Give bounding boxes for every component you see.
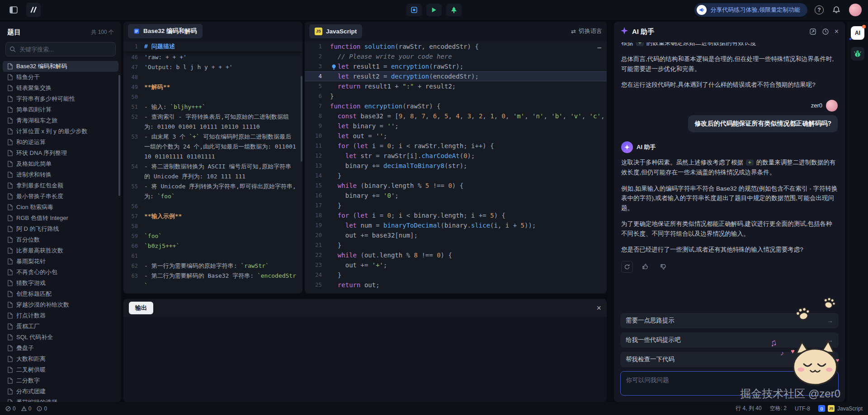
code-line[interactable]: 10 let out = '';: [305, 131, 607, 141]
sidebar-toggle-icon[interactable]: [6, 3, 21, 17]
code-line[interactable]: 18 for (let i = 0; i < binary.length; i …: [305, 210, 607, 220]
sidebar-item[interactable]: 计算位置 x 到 y 的最少步数: [3, 126, 118, 137]
code-line[interactable]: 21 }: [305, 240, 607, 250]
description-line[interactable]: 55- 将 Unicode 序列转换为字符串,即可得出原始字符串,为: `foo…: [123, 182, 302, 201]
sidebar-item[interactable]: 蛋糕工厂: [3, 321, 118, 332]
sidebar-item[interactable]: 穿越沙漠的补给次数: [3, 299, 118, 310]
code-line[interactable]: 24 }: [305, 270, 607, 280]
suggestion-button[interactable]: 帮我检查一下代码→: [620, 352, 839, 367]
chat-area[interactable]: 根据 + 的数量来确定原始二进制数据的有效长度 总体而言,代码的结构和基本逻辑是…: [614, 42, 845, 313]
sidebar-item[interactable]: 环状 DNA 序列整理: [3, 148, 118, 159]
ai-assistant-badge-icon[interactable]: AI✦: [851, 26, 864, 40]
new-chat-icon[interactable]: [809, 28, 816, 35]
sidebar-item[interactable]: 猜数字游戏: [3, 278, 118, 289]
code-line[interactable]: 15 while (binary.length % 5 !== 0) {: [305, 181, 607, 191]
sidebar-item[interactable]: 不再贪心的小包: [3, 267, 118, 278]
description-body[interactable]: 1# 问题描述 46'raw: + + +'47'Output: b l j h…: [123, 41, 302, 294]
code-editor-body[interactable]: — 1function solution(rawStr, encodedStr)…: [305, 41, 607, 294]
suggestion-button[interactable]: 给我一些代码提示吧→: [620, 332, 839, 348]
code-line[interactable]: 6}: [305, 91, 607, 101]
encoding-setting[interactable]: UTF-8: [795, 406, 810, 412]
chat-input[interactable]: [620, 371, 839, 396]
description-line[interactable]: 58: [123, 221, 302, 231]
sidebar-item[interactable]: 字符串有多少种可能性: [3, 93, 118, 104]
code-line[interactable]: 2 // Please write your code here: [305, 51, 607, 61]
sidebar-item[interactable]: 百分位数: [3, 234, 118, 245]
description-tab[interactable]: Base32 编码和解码: [128, 24, 203, 38]
description-line[interactable]: 56: [123, 201, 302, 211]
language-tab[interactable]: JS JavaScript: [309, 24, 362, 38]
description-line[interactable]: 50: [123, 92, 302, 102]
sidebar-item[interactable]: Cion 勒索病毒: [3, 202, 118, 213]
code-line[interactable]: 1function solution(rawStr, encodedStr) {: [305, 42, 607, 51]
code-line[interactable]: 5 return result1 + ":" + result2;: [305, 81, 607, 91]
sidebar-scrollbar[interactable]: [118, 75, 120, 196]
submit-tree-button[interactable]: [446, 4, 462, 16]
sidebar-item[interactable]: 阿 D 的飞行路线: [3, 224, 118, 234]
cursor-position[interactable]: 行 4, 列 40: [736, 405, 761, 412]
app-logo[interactable]: [26, 3, 41, 17]
info-indicator[interactable]: 0: [37, 406, 47, 412]
description-line[interactable]: 47'Output: b l j h y + + +': [123, 62, 302, 72]
sidebar-item[interactable]: Base32 编码和解码: [3, 61, 118, 72]
sidebar-item[interactable]: 简单四则计算: [3, 104, 118, 115]
run-button[interactable]: [426, 4, 442, 16]
language-indicator[interactable]: {} JS JavaScript: [818, 405, 863, 412]
search-input[interactable]: [5, 42, 116, 56]
regenerate-icon[interactable]: [621, 261, 633, 273]
debug-button[interactable]: [406, 4, 422, 16]
code-line[interactable]: 14 }: [305, 171, 607, 181]
description-line[interactable]: 53- 由末尾 3 个 `+` 可知在编码时原始二进制数据最后一组的个数为 24…: [123, 132, 302, 162]
sidebar-item[interactable]: 及格如此简单: [3, 159, 118, 169]
description-line[interactable]: 59`foo`: [123, 231, 302, 241]
bell-icon[interactable]: [831, 5, 842, 15]
share-promo-pill[interactable]: 分享代码练习体验,领限量定制功能: [694, 3, 807, 17]
code-line[interactable]: 3 let result1 = encryption(rawStr);: [305, 61, 607, 71]
sidebar-item[interactable]: 大数和距离: [3, 354, 118, 364]
pet-assistant-icon[interactable]: [851, 47, 864, 61]
sidebar-item[interactable]: 分布式团建: [3, 386, 118, 397]
indentation-setting[interactable]: 空格: 2: [770, 405, 787, 412]
code-line[interactable]: 19 let num = binaryToDecimal(binary.slic…: [305, 220, 607, 230]
sidebar-item[interactable]: SQL 代码补全: [3, 332, 118, 343]
sidebar-item[interactable]: RGB 色值转 Integer: [3, 213, 118, 224]
code-line[interactable]: 22 while (out.length % 8 !== 0) {: [305, 250, 607, 260]
description-line[interactable]: 46'raw: + + +': [123, 52, 302, 62]
sidebar-item[interactable]: 叠盘子: [3, 343, 118, 354]
sidebar-item[interactable]: 青海湖租车之旅: [3, 115, 118, 126]
sidebar-item[interactable]: 番茄编辑的选择: [3, 397, 118, 402]
description-line[interactable]: 60`b0zj5+++`: [123, 241, 302, 251]
close-output-icon[interactable]: ×: [596, 304, 601, 312]
warnings-indicator[interactable]: 0: [21, 406, 32, 412]
code-line[interactable]: 9 let binary = '';: [305, 121, 607, 131]
description-line[interactable]: 52- 查询索引 - 字符转换表后,可知原始的二进制数据组为: 01100 01…: [123, 112, 302, 132]
code-line[interactable]: 4 let result2 = decryption(encodedStr);: [305, 71, 607, 81]
code-line[interactable]: 7function encryption(rawStr) {: [305, 101, 607, 111]
sidebar-item[interactable]: 和的逆运算: [3, 137, 118, 148]
thumbs-up-icon[interactable]: [639, 261, 651, 273]
history-icon[interactable]: [822, 28, 829, 35]
description-line[interactable]: 62- 第一行为需要编码的原始字符串: `rawStr`: [123, 261, 302, 271]
sidebar-item[interactable]: 比赛最高获胜次数: [3, 245, 118, 256]
thumbs-down-icon[interactable]: [657, 261, 669, 273]
sidebar-item[interactable]: 创意标题匹配: [3, 289, 118, 299]
sidebar-item[interactable]: 打点计数器: [3, 310, 118, 321]
description-line[interactable]: 49**解码**: [123, 82, 302, 92]
sidebar-item[interactable]: 最小替换子串长度: [3, 191, 118, 202]
description-line[interactable]: 54- 将二进制数据转换为 ASCII 编号后可知,原始字符串的 Unicode…: [123, 162, 302, 182]
sidebar-item[interactable]: 二叉树供暖: [3, 364, 118, 375]
code-line[interactable]: 23 out += '+';: [305, 260, 607, 270]
user-avatar[interactable]: [849, 4, 862, 16]
switch-language-button[interactable]: ⇄ 切换语言: [571, 27, 602, 35]
code-line[interactable]: 16 binary += '0';: [305, 191, 607, 201]
code-line[interactable]: 20 out += base32[num];: [305, 230, 607, 240]
description-scrollbar[interactable]: [301, 76, 302, 162]
code-line[interactable]: 8 const base32 = [9, 8, 7, 6, 5, 4, 3, 2…: [305, 111, 607, 121]
sidebar-item[interactable]: 猫鱼分干: [3, 72, 118, 83]
code-line[interactable]: 12 let str = rawStr[i].charCodeAt(0);: [305, 151, 607, 161]
sidebar-item[interactable]: 拿到最多红包金额: [3, 180, 118, 191]
sidebar-item[interactable]: 进制求和转换: [3, 169, 118, 180]
errors-indicator[interactable]: 0: [5, 406, 16, 412]
description-line[interactable]: 63- 第二行为需要解码的 Base32 字符串: `encodedStr`: [123, 271, 302, 291]
description-line[interactable]: 57**输入示例**: [123, 211, 302, 221]
